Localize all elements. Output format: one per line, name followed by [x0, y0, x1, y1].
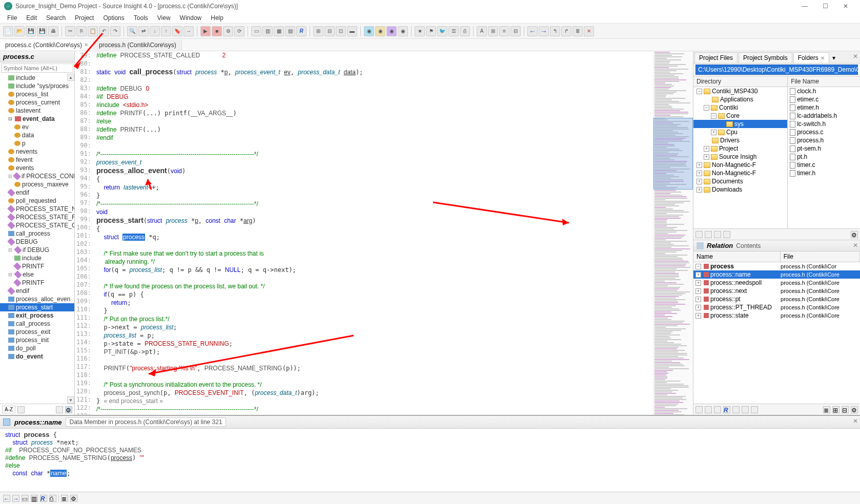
tab-project-files[interactable]: Project Files — [694, 52, 738, 63]
tab-project-symbols[interactable]: Project Symbols — [739, 52, 792, 63]
tool-cut-icon[interactable]: ✂ — [65, 26, 75, 36]
folder-tool4-icon[interactable] — [723, 231, 730, 238]
directory-item[interactable]: +Non-Magnetic-F — [693, 161, 787, 169]
tool-paste-icon[interactable]: 📋 — [88, 26, 98, 36]
symbol-tool1-icon[interactable] — [17, 406, 25, 413]
relation-close-icon[interactable]: ✕ — [853, 242, 858, 249]
symbol-item[interactable]: endif — [0, 287, 74, 295]
relation-item[interactable]: +process::PT_THREADprocess.h (Contiki\Co… — [693, 303, 860, 311]
rel-tool2-icon[interactable] — [705, 406, 712, 413]
symbol-item[interactable]: p — [0, 139, 74, 148]
file-list[interactable]: clock.hetimer.cetimer.hlc-addrlabels.hlc… — [788, 87, 860, 177]
tool-window4-icon[interactable]: ▤ — [285, 26, 295, 36]
menu-edit[interactable]: Edit — [22, 13, 41, 23]
symbol-settings-icon[interactable]: ⚙ — [65, 406, 72, 413]
rel-col-file[interactable]: File — [781, 251, 860, 262]
tab-folders[interactable]: Folders✕ — [793, 52, 829, 63]
tool-text2-icon[interactable]: ⊞ — [488, 26, 498, 36]
symbol-item[interactable]: PROCESS_STATE_N — [0, 205, 74, 213]
rel-tool3-icon[interactable] — [714, 406, 721, 413]
tool-save-icon[interactable]: 💾 — [26, 26, 36, 36]
directory-tree[interactable]: −Contiki_MSP430Applications−Contiki−Core… — [693, 87, 787, 194]
maximize-button[interactable]: ☐ — [815, 3, 835, 10]
context-close-icon[interactable]: ✕ — [853, 417, 858, 425]
symbol-item[interactable]: exit_process — [0, 311, 74, 320]
tool-bookmark-icon[interactable]: 🔖 — [172, 26, 182, 36]
directory-item[interactable]: −Contiki — [693, 103, 787, 112]
symbol-search-input[interactable] — [1, 64, 73, 73]
rel-ref-icon[interactable]: R — [723, 406, 730, 413]
symbol-item[interactable]: process_alloc_even — [0, 295, 74, 303]
menu-view[interactable]: View — [153, 13, 175, 23]
status-back-icon[interactable]: ← — [3, 495, 10, 502]
menu-search[interactable]: Search — [42, 13, 70, 23]
file-item[interactable]: etimer.c — [788, 95, 860, 103]
file-item[interactable]: lc-addrlabels.h — [788, 112, 860, 120]
symbol-item[interactable]: process_current — [0, 98, 74, 107]
relation-item[interactable]: +process::nameprocess.h (Contiki\Core — [693, 270, 860, 279]
tool-split2-icon[interactable]: ⊟ — [324, 26, 335, 36]
symbol-item[interactable]: include — [0, 74, 74, 82]
menu-tools[interactable]: Tools — [130, 13, 152, 23]
menu-help[interactable]: Help — [207, 13, 228, 23]
tool-split1-icon[interactable]: ⊞ — [313, 26, 323, 36]
minimap[interactable] — [653, 51, 693, 415]
tool-copy-icon[interactable]: ⎘ — [76, 26, 87, 36]
symbol-item[interactable]: ⊟if PROCESS_CONF_S — [0, 172, 74, 180]
tool-stop-icon[interactable]: ■ — [212, 26, 222, 36]
tool-highlight3-icon[interactable]: ◉ — [386, 26, 397, 36]
tool-new-icon[interactable]: 📄 — [3, 26, 13, 36]
code-content[interactable]: #define PROCESS_STATE_CALLED 2 static vo… — [94, 51, 653, 415]
directory-item[interactable]: +Documents — [693, 177, 787, 185]
scroll-up-icon[interactable]: ▲ — [67, 74, 74, 81]
symbol-item[interactable]: fevent — [0, 156, 74, 164]
tool-find-icon[interactable]: 🔍 — [127, 26, 137, 36]
symbol-item[interactable]: do_event — [0, 352, 74, 361]
file-item[interactable]: timer.c — [788, 161, 860, 169]
tool-misc3-icon[interactable]: ☰ — [448, 26, 459, 36]
rel-tool6-icon[interactable] — [751, 406, 758, 413]
folder-tool3-icon[interactable] — [714, 231, 721, 238]
symbol-item[interactable]: PRINTF — [0, 279, 74, 287]
symbol-item[interactable]: include — [0, 254, 74, 262]
tool-highlight4-icon[interactable]: ◉ — [398, 26, 408, 36]
tool-findprev-icon[interactable]: ↑ — [161, 26, 171, 36]
symbol-item[interactable]: ⊟event_data — [0, 115, 74, 123]
status-tool1-icon[interactable]: ▭ — [22, 495, 29, 502]
tool-nav4-icon[interactable]: ✕ — [584, 26, 594, 36]
tab-process-c[interactable]: process.c (Contiki\Core\sys) ✕ — [0, 40, 94, 50]
rel-tree1-icon[interactable]: ≣ — [823, 406, 830, 413]
directory-item[interactable]: −Core — [693, 112, 787, 120]
symbol-item[interactable]: process_list — [0, 90, 74, 98]
tab-process-h[interactable]: process.h (Contiki\Core\sys) — [94, 40, 182, 50]
panel-close-icon[interactable]: ✕ — [853, 53, 858, 60]
menu-window[interactable]: Window — [176, 13, 206, 23]
symbol-item[interactable]: PRINTF — [0, 262, 74, 270]
rel-col-name[interactable]: Name — [693, 251, 781, 262]
status-tool3-icon[interactable]: ⎙ — [49, 495, 56, 502]
tool-run-icon[interactable]: ▶ — [200, 26, 211, 36]
tool-ref-icon[interactable]: R — [296, 26, 306, 36]
tool-window2-icon[interactable]: ▥ — [262, 26, 273, 36]
symbol-item[interactable]: ⊟if DEBUG — [0, 246, 74, 254]
minimize-button[interactable]: — — [794, 3, 815, 10]
sort-az-button[interactable]: A-Z — [2, 406, 15, 413]
tool-back-icon[interactable]: ← — [527, 26, 538, 36]
symbol-item[interactable]: poll_requested — [0, 197, 74, 205]
tool-replace-icon[interactable]: ⇄ — [138, 26, 149, 36]
directory-item[interactable]: +Downloads — [693, 185, 787, 194]
rel-tree2-icon[interactable]: ⊞ — [832, 406, 839, 413]
directory-item[interactable]: Applications — [693, 95, 787, 103]
directory-item[interactable]: +Project — [693, 144, 787, 153]
code-editor[interactable]: 79: 80: 81: 82: 83: 84: 85: 86: 87: 88: … — [75, 51, 693, 415]
symbol-item[interactable]: ev — [0, 123, 74, 131]
tool-misc2-icon[interactable]: ⚑ — [426, 26, 436, 36]
menu-file[interactable]: File — [3, 13, 21, 23]
tool-text3-icon[interactable]: ≡ — [499, 26, 509, 36]
rel-tool4-icon[interactable] — [732, 406, 740, 413]
scroll-down-icon[interactable]: ▼ — [67, 396, 74, 404]
close-button[interactable]: ✕ — [835, 3, 856, 10]
rel-tool5-icon[interactable] — [742, 406, 749, 413]
symbol-item[interactable]: PROCESS_STATE_CA — [0, 221, 74, 229]
tool-text1-icon[interactable]: A — [477, 26, 487, 36]
